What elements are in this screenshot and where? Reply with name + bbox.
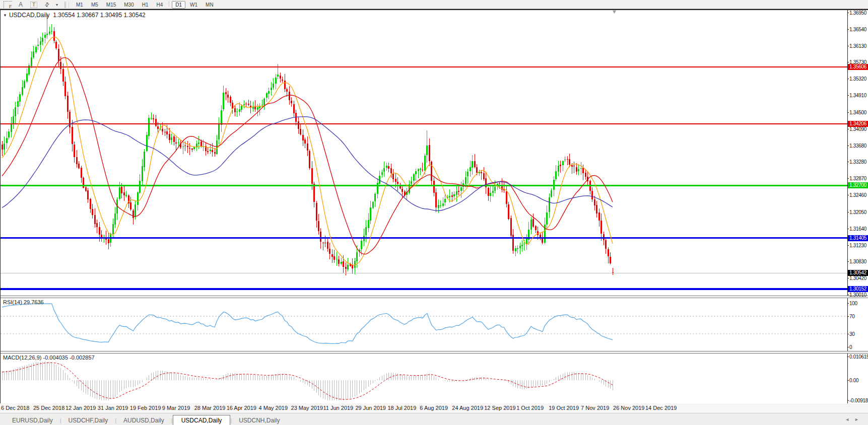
price-level-label: 1.32700 <box>848 182 868 188</box>
axis-tick-label: 1.34090 <box>849 126 866 132</box>
tab-audusd[interactable]: AUDUSD,Daily <box>116 415 171 425</box>
axis-tick-label: -0.00918 <box>849 398 868 403</box>
axis-tick-label: 0 <box>849 344 852 350</box>
date-label: 11 Jun 2019 <box>323 405 354 411</box>
axis-tick-label: 1.36130 <box>849 43 866 49</box>
tab-eurusd[interactable]: EURUSD,Daily <box>5 415 60 425</box>
toolbar-grip[interactable] <box>64 2 69 8</box>
date-label: 6 Aug 2019 <box>420 405 448 411</box>
axis-tick-label: 1.33680 <box>849 143 866 149</box>
rsi-pane[interactable]: RSI(14) 29.7636 <box>1 298 847 351</box>
timeframe-button-M1[interactable]: M1 <box>73 1 87 9</box>
axis-tick-label: 1.34500 <box>849 110 866 115</box>
tab-scroll-arrows[interactable]: ◄► <box>845 417 864 422</box>
macd-pane[interactable]: MACD(12,26,9) -0.004035 -0.002857 <box>1 353 847 403</box>
date-label: 16 Apr 2019 <box>227 405 256 411</box>
axis-tick-label: 0.010615 <box>849 354 868 360</box>
axis-tick-label: 1.30420 <box>849 275 866 281</box>
date-label: 12 Jan 2019 <box>65 405 96 411</box>
axis-tick-label: 1.33280 <box>849 159 866 165</box>
chart-symbol-label: USDCAD,Daily <box>9 12 50 19</box>
axis-tick-label: 70 <box>849 314 855 319</box>
price-level-label: 1.30542 <box>848 270 868 276</box>
axis-tick-label: 100 <box>849 301 857 306</box>
axis-tick-label: 1.32460 <box>849 192 866 198</box>
label-tool-icon[interactable]: T <box>28 1 39 8</box>
axis-tick-label: 0.00 <box>849 378 858 383</box>
fibonacci-icon: F <box>4 1 12 8</box>
date-label: 12 Sep 2019 <box>484 405 515 411</box>
timeframe-button-M30[interactable]: M30 <box>120 1 137 9</box>
axis-tick-label: 1.34910 <box>849 93 866 98</box>
axis-tick-label: 1.31640 <box>849 226 866 232</box>
date-label: 28 Mar 2019 <box>194 405 226 411</box>
label-icon: T <box>30 2 37 8</box>
axis-tick-label: 1.35320 <box>849 76 866 82</box>
axis-tick-label: 1.32050 <box>849 209 866 215</box>
date-label: 29 Jun 2019 <box>355 405 386 411</box>
price-level-label: 1.30152 <box>848 286 868 292</box>
main-chart-pane[interactable]: ▼USDCAD,Daily 1.30554 1.30667 1.30495 1.… <box>1 10 847 296</box>
timeframe-button-M5[interactable]: M5 <box>88 1 102 9</box>
date-label: 7 Nov 2019 <box>581 405 609 411</box>
timeframe-button-MN[interactable]: MN <box>202 1 217 9</box>
time-axis[interactable]: 6 Dec 201825 Dec 201812 Jan 201931 Jan 2… <box>0 403 868 413</box>
price-axis[interactable]: 1.369501.365401.361301.357301.353201.349… <box>847 10 868 296</box>
date-label: 6 Dec 2018 <box>1 405 29 411</box>
metatrader-window: F A T ⇄ ▾ M1M5M15M30H1H4D1W1MN ▼USDCAD,D… <box>0 0 868 425</box>
price-level-label: 1.35606 <box>848 64 868 70</box>
timeframe-button-W1[interactable]: W1 <box>186 1 201 9</box>
chart-window: ▼USDCAD,Daily 1.30554 1.30667 1.30495 1.… <box>0 9 868 403</box>
date-label: 26 Nov 2019 <box>613 405 644 411</box>
date-label: 19 Feb 2019 <box>130 405 161 411</box>
price-level-label: 1.34206 <box>848 121 868 127</box>
price-level-label: 1.31405 <box>848 235 868 241</box>
chevron-down-icon[interactable]: ▾ <box>54 1 59 8</box>
chart-title: ▼USDCAD,Daily 1.30554 1.30667 1.30495 1.… <box>3 12 146 19</box>
tab-usdchf[interactable]: USDCHF,Daily <box>61 415 115 425</box>
date-label: 18 Jul 2019 <box>387 405 416 411</box>
tab-usdcad[interactable]: USDCAD,Daily <box>173 415 231 425</box>
chart-shift-marker: ▼ <box>612 10 617 15</box>
timeframe-button-group: M1M5M15M30H1H4D1W1MN <box>72 1 218 9</box>
fibonacci-tool-icon[interactable]: F <box>2 1 13 8</box>
chart-tabs: EURUSD,Daily|USDCHF,Daily|AUDUSD,Daily|U… <box>0 413 868 425</box>
date-label: 4 May 2019 <box>259 405 288 411</box>
chart-ohlc-values: 1.30554 1.30667 1.30495 1.30542 <box>53 12 146 19</box>
axis-tick-label: 1.31230 <box>849 243 866 248</box>
timeframe-button-M15[interactable]: M15 <box>103 1 119 9</box>
macd-label: MACD(12,26,9) -0.004035 -0.002857 <box>3 355 95 361</box>
date-label: 31 Jan 2019 <box>98 405 128 411</box>
date-label: 25 Dec 2018 <box>33 405 64 411</box>
axis-tick-label: 1.36540 <box>849 27 866 32</box>
date-label: 9 Mar 2019 <box>162 405 190 411</box>
axis-tick-label: 30 <box>849 331 855 337</box>
rsi-axis[interactable]: 10070300 <box>847 298 868 351</box>
axis-tick-label: 1.36950 <box>849 10 866 16</box>
rsi-label: RSI(14) 29.7636 <box>3 299 44 305</box>
date-label: 24 Aug 2019 <box>452 405 483 411</box>
date-label: 19 Oct 2019 <box>549 405 579 411</box>
axis-tick-label: 1.32870 <box>849 176 866 181</box>
axis-tick-label: 1.30830 <box>849 259 866 264</box>
date-label: 14 Dec 2019 <box>645 405 677 411</box>
date-label: 1 Oct 2019 <box>516 405 544 411</box>
axis-tick-label: 1.30010 <box>849 292 866 298</box>
toolbar: F A T ⇄ ▾ M1M5M15M30H1H4D1W1MN <box>0 0 868 9</box>
timeframe-button-H4[interactable]: H4 <box>153 1 167 9</box>
macd-axis[interactable]: 0.0106150.00-0.00918 <box>847 353 868 403</box>
text-tool-icon[interactable]: A <box>15 1 26 8</box>
timeframe-button-H1[interactable]: H1 <box>139 1 152 9</box>
timeframe-button-D1[interactable]: D1 <box>172 1 185 9</box>
tab-usdcnh[interactable]: USDCNH,Daily <box>232 415 287 425</box>
chart-dropdown-icon[interactable]: ▼ <box>3 13 7 18</box>
date-label: 23 May 2019 <box>291 405 323 411</box>
